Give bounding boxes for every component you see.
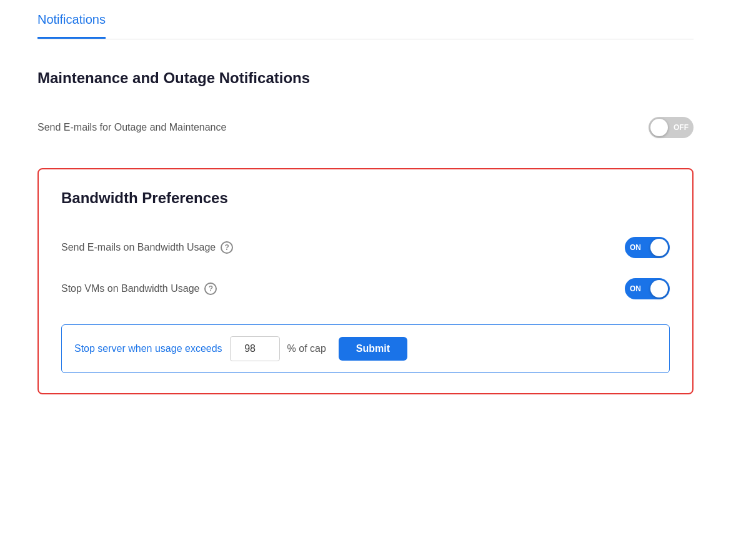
stop-vm-toggle-knob [650, 280, 668, 298]
stop-vm-toggle[interactable]: ON [625, 278, 670, 299]
email-outage-row: Send E-mails for Outage and Maintenance … [37, 107, 694, 148]
tab-notifications[interactable]: Notifications [37, 0, 106, 39]
stop-vm-label: Stop VMs on Bandwidth Usage ? [61, 282, 217, 295]
email-outage-toggle[interactable]: OFF [649, 117, 694, 138]
bandwidth-email-toggle[interactable]: ON [625, 237, 670, 258]
bandwidth-email-help-icon[interactable]: ? [221, 241, 233, 254]
percent-label: % of cap [287, 343, 326, 354]
bandwidth-card: Bandwidth Preferences Send E-mails on Ba… [37, 168, 694, 394]
maintenance-title: Maintenance and Outage Notifications [37, 69, 694, 87]
page-container: Notifications Maintenance and Outage Not… [0, 0, 731, 394]
bandwidth-title: Bandwidth Preferences [61, 189, 670, 207]
usage-input[interactable] [230, 336, 280, 361]
bandwidth-email-label: Send E-mails on Bandwidth Usage ? [61, 241, 233, 254]
stop-server-label: Stop server when usage exceeds [74, 343, 222, 354]
maintenance-section: Maintenance and Outage Notifications Sen… [37, 69, 694, 148]
bandwidth-email-toggle-knob [650, 239, 668, 256]
stop-vm-label-text: Stop VMs on Bandwidth Usage [61, 283, 199, 294]
stop-server-row: Stop server when usage exceeds % of cap … [61, 324, 670, 373]
email-outage-toggle-label: OFF [674, 123, 689, 132]
submit-button[interactable]: Submit [339, 337, 407, 361]
bandwidth-email-toggle-label: ON [630, 243, 641, 252]
stop-vm-toggle-label: ON [630, 284, 641, 293]
stop-vm-help-icon[interactable]: ? [204, 282, 217, 295]
email-outage-toggle-knob [650, 119, 668, 136]
bandwidth-email-row: Send E-mails on Bandwidth Usage ? ON [61, 227, 670, 268]
email-outage-label: Send E-mails for Outage and Maintenance [37, 122, 226, 133]
bandwidth-email-label-text: Send E-mails on Bandwidth Usage [61, 242, 216, 253]
stop-vm-row: Stop VMs on Bandwidth Usage ? ON [61, 268, 670, 309]
tab-header: Notifications [37, 0, 694, 39]
